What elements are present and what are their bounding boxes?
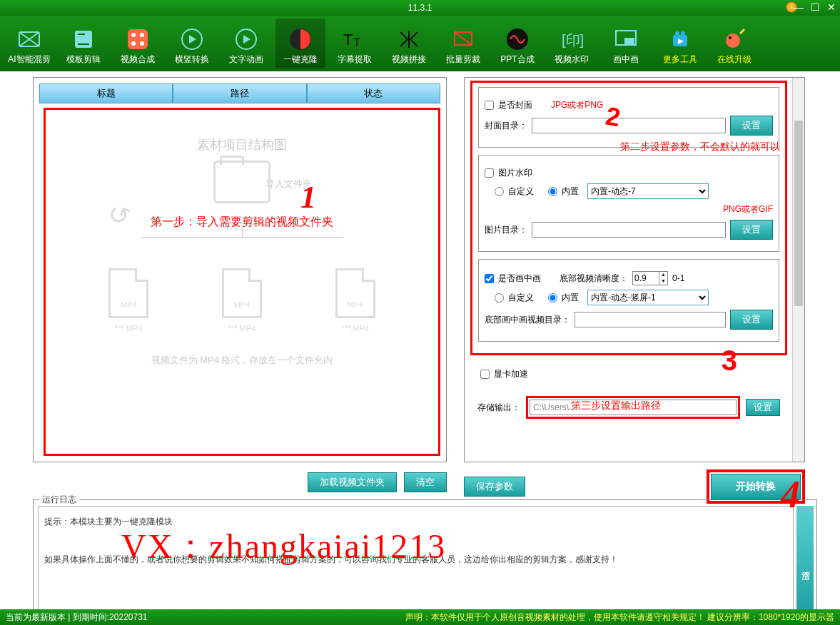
svg-point-26: [726, 34, 740, 48]
annotation-3: 3: [722, 345, 737, 377]
version-info: 当前为最新版本 | 到期时间:20220731: [6, 611, 148, 624]
minimize-button[interactable]: —: [794, 1, 804, 13]
wm-custom-radio[interactable]: [495, 187, 504, 196]
tool-rotate[interactable]: 横竖转换: [167, 19, 217, 68]
tool-clone[interactable]: 一键克隆: [275, 19, 325, 68]
save-params-button[interactable]: 保存参数: [464, 477, 525, 497]
svg-point-7: [131, 41, 136, 46]
svg-rect-21: [624, 38, 634, 44]
tool-template[interactable]: 模板剪辑: [59, 19, 108, 68]
tool-more[interactable]: 更多工具: [655, 19, 705, 68]
pip-builtin-radio[interactable]: [548, 293, 557, 303]
svg-rect-4: [128, 29, 148, 49]
empty-diagram: 素材项目结构图 ↺ 导入文件夹 第一步：导入需要剪辑的视频文件夹 MP4***.…: [44, 108, 440, 456]
annotation-box-2: 是否封面 JPG或者PNG 封面目录： 设置 2 第二步设置参数，不会默认的就可…: [470, 81, 787, 355]
maximize-button[interactable]: ☐: [811, 1, 820, 13]
tool-text-anim[interactable]: 文字动画: [221, 19, 271, 68]
clear-button[interactable]: 清空: [404, 472, 447, 492]
col-path[interactable]: 路径: [173, 83, 306, 103]
tool-upgrade[interactable]: 在线升级: [709, 19, 759, 68]
right-scrollbar[interactable]: [792, 78, 804, 462]
tool-pip[interactable]: 画中画: [601, 19, 651, 68]
output-set-button[interactable]: 设置: [746, 399, 780, 416]
col-title[interactable]: 标题: [39, 83, 173, 103]
vx-watermark: VX：zhangkaiai1213: [121, 524, 446, 569]
svg-point-5: [131, 33, 136, 37]
tool-ppt[interactable]: PPT合成: [492, 19, 542, 68]
tool-concat[interactable]: 视频拼接: [384, 19, 434, 68]
watermark-checkbox[interactable]: [485, 168, 494, 178]
pip-custom-radio[interactable]: [495, 293, 504, 303]
svg-point-8: [140, 41, 144, 46]
pip-builtin-select[interactable]: 内置-动态-竖屏-1: [587, 290, 709, 305]
clarity-spinner[interactable]: ▲▼: [632, 271, 668, 285]
left-panel: 标题 路径 状态 素材项目结构图 ↺ 导入文件夹 第一步：导入需要剪辑的视频文件…: [33, 77, 447, 462]
cover-dir-input[interactable]: [532, 118, 726, 133]
annotation-1: 1: [300, 179, 316, 215]
pip-dir-input[interactable]: [575, 312, 726, 327]
svg-rect-3: [78, 44, 89, 45]
tool-crop[interactable]: 批量剪裁: [438, 19, 488, 68]
main-toolbar: AI智能混剪 模板剪辑 视频合成 横竖转换 文字动画 一键克隆 TT字幕提取 视…: [0, 16, 840, 71]
wm-dir-input[interactable]: [532, 222, 726, 238]
svg-marker-12: [243, 35, 251, 44]
svg-point-6: [140, 33, 144, 37]
wm-builtin-select[interactable]: 内置-动态-7: [587, 183, 709, 199]
mp4-icon: MP4: [335, 268, 375, 318]
cover-group: 是否封面 JPG或者PNG 封面目录： 设置 2: [478, 87, 779, 148]
wm-builtin-radio[interactable]: [548, 187, 557, 196]
tool-watermark[interactable]: [印]视频水印: [547, 19, 597, 68]
load-folder-button[interactable]: 加载视频文件夹: [308, 472, 397, 492]
log-clear-button[interactable]: 清空: [796, 506, 814, 623]
pip-checkbox[interactable]: [485, 274, 494, 283]
wm-set-button[interactable]: 设置: [730, 220, 773, 240]
pip-set-button[interactable]: 设置: [730, 310, 773, 330]
svg-marker-10: [189, 35, 196, 44]
mp4-icon: MP4: [222, 268, 262, 318]
svg-rect-2: [78, 34, 85, 35]
tool-compose[interactable]: 视频合成: [113, 19, 163, 68]
close-button[interactable]: ✕: [827, 1, 836, 13]
cover-set-button[interactable]: 设置: [730, 116, 773, 136]
col-status[interactable]: 状态: [307, 83, 440, 103]
statusbar: 当前为最新版本 | 到期时间:20220731 声明：本软件仅用于个人原创音视频…: [0, 609, 840, 625]
pip-group: 是否画中画 底部视频清晰度： ▲▼ 0-1 自定义 内置 内置-动态-竖屏-1 …: [478, 259, 779, 342]
step2-note: 第二步设置参数，不会默认的就可以: [620, 141, 780, 153]
svg-point-24: [681, 31, 685, 36]
svg-text:T: T: [353, 36, 360, 49]
annotation-4: 4: [781, 472, 800, 517]
tool-ai-mix[interactable]: AI智能混剪: [4, 19, 54, 68]
watermark-group: 图片水印 自定义 内置 内置-动态-7 PNG或者GIF 图片目录： 设置: [478, 155, 779, 252]
tool-subtitle[interactable]: TT字幕提取: [330, 19, 380, 68]
titlebar: 11.3.1 — ☐ ✕: [0, 0, 840, 16]
svg-rect-1: [75, 31, 92, 48]
folder-icon: [213, 161, 270, 203]
svg-text:T: T: [343, 31, 353, 49]
mp4-icon: MP4: [108, 268, 148, 318]
svg-point-23: [675, 31, 679, 36]
disclaimer: 声明：本软件仅用于个人原创音视频素材的处理，使用本软件请遵守相关规定！ 建议分辨…: [405, 611, 834, 624]
app-version: 11.3.1: [408, 3, 432, 13]
cover-checkbox[interactable]: [485, 101, 494, 110]
gpu-checkbox[interactable]: [480, 370, 490, 379]
svg-text:[印]: [印]: [562, 32, 584, 48]
svg-point-27: [729, 36, 732, 39]
right-panel: 是否封面 JPG或者PNG 封面目录： 设置 2 第二步设置参数，不会默认的就可…: [464, 77, 805, 462]
